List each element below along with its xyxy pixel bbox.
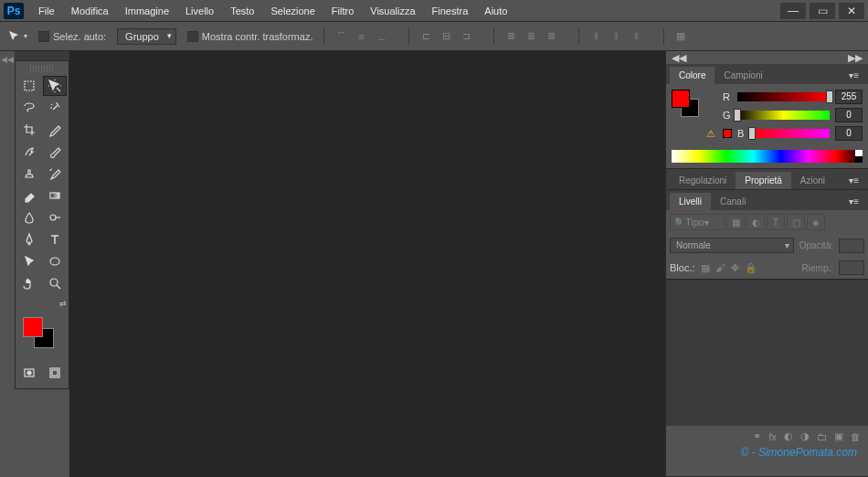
menu-filter[interactable]: Filtro bbox=[324, 2, 361, 20]
auto-select-target-dropdown[interactable]: Gruppo bbox=[117, 28, 176, 45]
canvas-area[interactable] bbox=[69, 51, 665, 477]
dock-collapse-left[interactable]: ◀◀ bbox=[0, 51, 15, 477]
shape-tool[interactable] bbox=[43, 251, 67, 271]
filter-shape-icon[interactable]: ▢ bbox=[787, 214, 805, 230]
menu-layer[interactable]: Livello bbox=[178, 2, 221, 20]
brush-tool[interactable] bbox=[43, 142, 67, 162]
b-slider[interactable] bbox=[752, 129, 830, 138]
lock-position-icon[interactable]: ✥ bbox=[731, 262, 739, 274]
distribute-bottom-icon[interactable]: ≣ bbox=[542, 28, 560, 45]
dock-collapse-left-icon[interactable]: ◀◀ bbox=[672, 52, 686, 64]
distribute-vcenter-icon[interactable]: ≣ bbox=[522, 28, 540, 45]
show-transform-checkbox[interactable]: Mostra contr. trasformaz. bbox=[187, 31, 313, 42]
menu-select[interactable]: Selezione bbox=[263, 2, 322, 20]
menu-edit[interactable]: Modifica bbox=[64, 2, 116, 20]
tab-swatches[interactable]: Campioni bbox=[715, 67, 771, 84]
group-icon[interactable]: 🗀 bbox=[817, 431, 827, 442]
path-selection-tool[interactable] bbox=[17, 251, 41, 271]
panel-menu-icon[interactable]: ▾≡ bbox=[843, 193, 864, 210]
filter-type-icon[interactable]: T bbox=[767, 214, 785, 230]
filter-kind-dropdown[interactable]: 🔍 Tipo ▾ bbox=[670, 214, 725, 230]
marquee-tool[interactable] bbox=[17, 76, 41, 96]
distribute-right-icon[interactable]: ⦀ bbox=[627, 28, 645, 45]
link-layers-icon[interactable]: ⚭ bbox=[753, 430, 761, 442]
panel-menu-icon[interactable]: ▾≡ bbox=[843, 172, 864, 189]
opacity-input[interactable] bbox=[839, 238, 864, 253]
spectrum-ramp[interactable] bbox=[672, 150, 863, 163]
align-bottom-icon[interactable]: ⎵ bbox=[372, 28, 390, 45]
fill-input[interactable] bbox=[839, 260, 864, 275]
align-hcenter-icon[interactable]: ⊟ bbox=[437, 28, 455, 45]
g-value[interactable]: 0 bbox=[835, 108, 863, 122]
menu-type[interactable]: Testo bbox=[223, 2, 261, 20]
distribute-hcenter-icon[interactable]: ⦀ bbox=[607, 28, 625, 45]
closest-color-swatch[interactable] bbox=[723, 129, 732, 138]
delete-layer-icon[interactable]: 🗑 bbox=[851, 431, 861, 442]
pen-tool[interactable] bbox=[17, 229, 41, 249]
dodge-tool[interactable] bbox=[43, 207, 67, 228]
auto-select-checkbox[interactable]: Selez. auto: bbox=[38, 31, 106, 42]
b-value[interactable]: 0 bbox=[835, 126, 863, 141]
lock-pixels-icon[interactable]: 🖌 bbox=[715, 262, 725, 274]
layer-mask-icon[interactable]: ◐ bbox=[784, 430, 793, 442]
menu-window[interactable]: Finestra bbox=[425, 2, 476, 20]
gamut-warning-icon[interactable]: ⚠ bbox=[704, 128, 717, 140]
move-tool[interactable] bbox=[43, 76, 67, 96]
gradient-tool[interactable] bbox=[43, 186, 67, 206]
layer-fx-icon[interactable]: fx bbox=[768, 431, 777, 442]
r-value[interactable]: 255 bbox=[835, 90, 863, 104]
align-vcenter-icon[interactable]: ≡ bbox=[352, 28, 370, 45]
hand-tool[interactable] bbox=[17, 273, 41, 293]
align-top-icon[interactable]: ⎴ bbox=[332, 28, 350, 45]
blend-mode-dropdown[interactable]: Normale bbox=[670, 238, 794, 253]
tab-adjustments[interactable]: Regolazioni bbox=[670, 172, 736, 189]
adjustment-layer-icon[interactable]: ◑ bbox=[800, 430, 810, 442]
align-left-icon[interactable]: ⊏ bbox=[417, 28, 435, 45]
swap-colors-icon[interactable]: ⇄ bbox=[59, 299, 67, 308]
tab-actions[interactable]: Azioni bbox=[791, 172, 834, 189]
magic-wand-tool[interactable] bbox=[43, 98, 67, 118]
eraser-tool[interactable] bbox=[17, 186, 41, 206]
distribute-left-icon[interactable]: ⦀ bbox=[587, 28, 605, 45]
history-brush-tool[interactable] bbox=[43, 164, 67, 184]
quick-mask-tool[interactable] bbox=[17, 363, 41, 383]
tab-layers[interactable]: Livelli bbox=[670, 193, 711, 210]
tab-properties[interactable]: Proprietà bbox=[736, 172, 791, 189]
tab-channels[interactable]: Canali bbox=[711, 193, 755, 210]
menu-view[interactable]: Visualizza bbox=[363, 2, 422, 20]
zoom-tool[interactable] bbox=[43, 273, 67, 293]
crop-tool[interactable] bbox=[17, 120, 41, 140]
dock-collapse-right-icon[interactable]: ▶▶ bbox=[848, 52, 863, 64]
menu-help[interactable]: Aiuto bbox=[477, 2, 514, 20]
g-slider[interactable] bbox=[737, 111, 830, 120]
lock-transparent-icon[interactable]: ▦ bbox=[701, 262, 710, 274]
blur-tool[interactable] bbox=[17, 207, 41, 228]
distribute-top-icon[interactable]: ≣ bbox=[502, 28, 520, 45]
menu-image[interactable]: Immagine bbox=[118, 2, 176, 20]
screen-mode-tool[interactable] bbox=[43, 363, 67, 383]
panel-fg-swatch[interactable] bbox=[672, 90, 690, 108]
panel-menu-icon[interactable]: ▾≡ bbox=[843, 67, 864, 84]
align-right-icon[interactable]: ⊐ bbox=[457, 28, 475, 45]
minimize-button[interactable]: — bbox=[780, 3, 806, 19]
eyedropper-tool[interactable] bbox=[43, 120, 67, 140]
type-tool[interactable] bbox=[43, 229, 67, 249]
foreground-swatch[interactable] bbox=[23, 317, 43, 337]
lock-all-icon[interactable]: 🔒 bbox=[745, 262, 757, 274]
filter-pixel-icon[interactable]: ▦ bbox=[726, 214, 745, 230]
maximize-button[interactable]: ▭ bbox=[810, 3, 835, 19]
panel-grip[interactable] bbox=[30, 65, 54, 72]
lasso-tool[interactable] bbox=[17, 98, 41, 118]
clone-stamp-tool[interactable] bbox=[17, 164, 41, 184]
layers-list[interactable] bbox=[666, 279, 868, 425]
menu-file[interactable]: File bbox=[31, 2, 62, 20]
filter-smart-icon[interactable]: ◈ bbox=[807, 214, 825, 230]
panel-color-swatches[interactable] bbox=[672, 90, 699, 122]
close-button[interactable]: ✕ bbox=[839, 3, 864, 19]
color-swatches[interactable] bbox=[23, 317, 59, 354]
auto-align-icon[interactable]: ▦ bbox=[672, 28, 690, 45]
r-slider[interactable] bbox=[737, 92, 830, 101]
healing-brush-tool[interactable] bbox=[17, 142, 41, 162]
new-layer-icon[interactable]: ▣ bbox=[834, 430, 843, 442]
current-tool-indicator[interactable]: ▾ bbox=[7, 29, 27, 44]
